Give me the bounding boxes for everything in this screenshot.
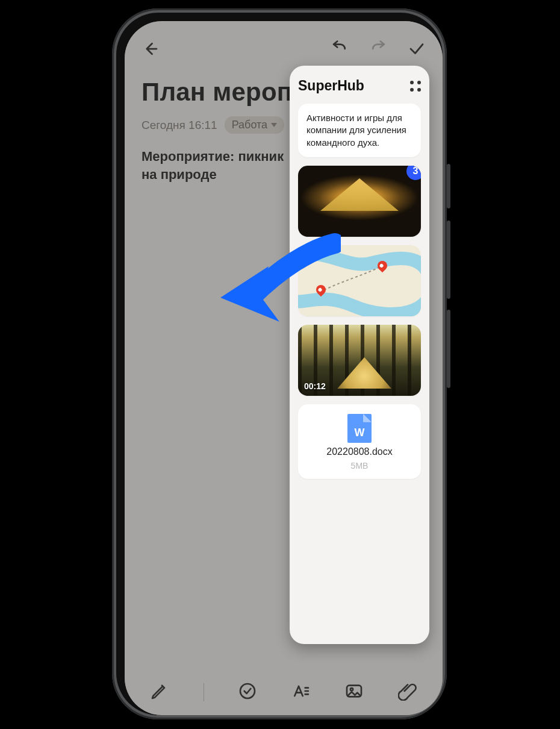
check-circle-icon[interactable] (238, 681, 257, 703)
check-icon[interactable] (408, 40, 426, 58)
note-timestamp: Сегодня 16:11 (142, 119, 217, 132)
note-body[interactable]: Мероприятие: пикник на природе (142, 148, 298, 183)
phone-bezel: План меропр Сегодня 16:11 Работа Меропри… (116, 13, 443, 715)
superhub-image-stack[interactable]: 3 (298, 166, 421, 237)
undo-icon[interactable] (331, 40, 349, 58)
note-meta: Сегодня 16:11 Работа (142, 116, 284, 134)
superhub-map-card[interactable] (298, 245, 421, 316)
text-format-icon[interactable] (291, 681, 311, 703)
divider (204, 683, 204, 701)
superhub-title: SuperHub (298, 78, 364, 94)
superhub-doc-card[interactable]: W 20220808.docx 5MB (298, 404, 421, 479)
doc-filesize: 5MB (351, 461, 369, 471)
superhub-text-card[interactable]: Активности и игры для компании для усиле… (298, 104, 421, 157)
superhub-text-content: Активности и игры для компании для усиле… (306, 113, 406, 148)
note-toolbar (125, 33, 443, 64)
chevron-down-icon (271, 123, 277, 127)
doc-filename: 20220808.docx (326, 446, 392, 457)
video-thumbnail: 00:12 (298, 325, 421, 396)
superhub-header: SuperHub (298, 78, 421, 94)
note-tag-chip[interactable]: Работа (225, 116, 284, 134)
volume-down-button (447, 310, 450, 388)
side-button (447, 164, 450, 208)
word-doc-icon: W (347, 414, 372, 443)
note-bottom-toolbar (125, 669, 443, 715)
note-title[interactable]: План меропр (142, 78, 308, 107)
map-river (298, 245, 421, 316)
volume-up-button (447, 221, 450, 299)
superhub-video-card[interactable]: 00:12 (298, 325, 421, 396)
back-arrow-icon[interactable] (142, 40, 160, 58)
video-duration: 00:12 (304, 381, 326, 391)
stage: План меропр Сегодня 16:11 Работа Меропри… (0, 0, 560, 729)
redo-icon[interactable] (369, 40, 387, 58)
pen-icon[interactable] (150, 681, 169, 703)
stack-thumbnail (298, 166, 421, 237)
attachment-icon[interactable] (398, 681, 417, 703)
svg-point-0 (240, 684, 255, 698)
note-tag-label: Работа (232, 119, 267, 131)
superhub-panel[interactable]: SuperHub Активности и игры для компании … (290, 66, 429, 644)
svg-point-2 (350, 688, 353, 690)
image-icon[interactable] (344, 681, 364, 703)
map-thumbnail (298, 245, 421, 316)
screen: План меропр Сегодня 16:11 Работа Меропри… (125, 21, 443, 715)
drag-handle-icon[interactable] (410, 81, 421, 92)
phone-frame: План меропр Сегодня 16:11 Работа Меропри… (112, 8, 447, 719)
